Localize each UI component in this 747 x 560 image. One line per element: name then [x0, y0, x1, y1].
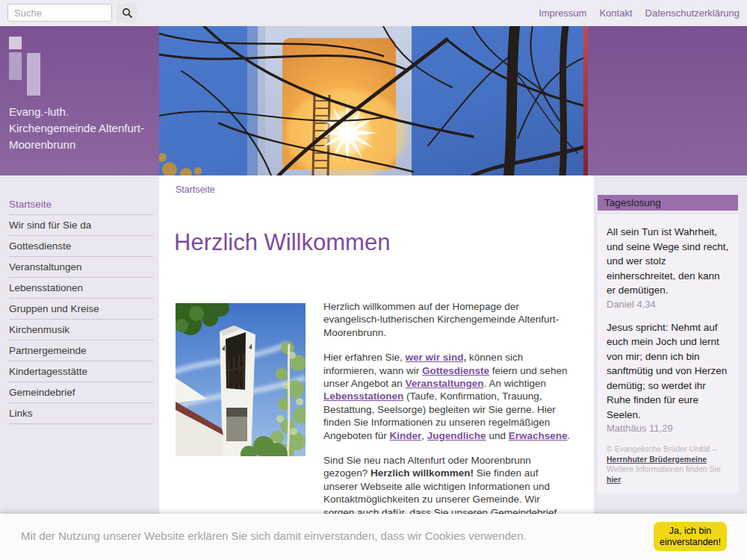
- link-impressum[interactable]: Impressum: [539, 7, 586, 19]
- sidebar-item-kindertagesstaette[interactable]: Kindertagesstätte: [9, 361, 153, 382]
- verse-reference: Daniel 4,34: [607, 299, 729, 310]
- tageslosung-header: Tageslosung: [598, 195, 738, 211]
- link-wer-wir-sind[interactable]: wer wir sind,: [406, 352, 467, 363]
- church-tower-photo: [176, 303, 306, 456]
- info-paragraph: Hier erfahren Sie, wer wir sind, können …: [323, 351, 573, 442]
- church-logo-icon: [9, 37, 46, 98]
- sidebar-nav: Startseite Wir sind für Sie da Gottesdie…: [0, 194, 159, 424]
- main-content: Startseite Herzlich Willkommen: [159, 175, 594, 560]
- intro-paragraph: Herzlich willkommen auf der Homepage der…: [323, 300, 573, 339]
- cookie-message: Mit der Nutzung unserer Website erklären…: [21, 529, 527, 542]
- header: Evang.-luth. Kirchengemeinde Altenfurt- …: [0, 26, 747, 175]
- p2-text: ,: [421, 430, 427, 441]
- header-left-panel: Evang.-luth. Kirchengemeinde Altenfurt- …: [0, 26, 159, 175]
- cookie-accept-button[interactable]: Ja, ich bin einverstanden!: [654, 522, 727, 551]
- p2-text: . An wichtigen: [484, 378, 546, 389]
- verse-reference: Matthäus 11,29: [607, 423, 729, 434]
- header-photo-moravian-star: [159, 26, 588, 175]
- sidebar-item-partnergemeinde[interactable]: Partnergemeinde: [9, 340, 153, 361]
- link-datenschutz[interactable]: Datenschutzerklärung: [645, 7, 740, 19]
- header-right-panel: [588, 26, 747, 175]
- footer-text: .: [621, 475, 623, 484]
- tageslosung-footer: © Evangelische Brüder-Unität – Herrnhute…: [607, 444, 729, 485]
- p2-text: .: [567, 430, 570, 441]
- search-button[interactable]: [117, 3, 137, 22]
- link-kinder[interactable]: Kinder: [390, 430, 422, 441]
- sidebar-item-veranstaltungen[interactable]: Veranstaltungen: [9, 257, 153, 278]
- verse-text: All sein Tun ist Wahrheit, und seine Weg…: [607, 225, 729, 298]
- sidebar-item-lebensstationen[interactable]: Lebensstationen: [9, 278, 153, 299]
- page-title: Herzlich Willkommen: [174, 229, 390, 256]
- link-jugendliche[interactable]: Jugendliche: [427, 430, 486, 441]
- breadcrumb[interactable]: Startseite: [176, 184, 215, 195]
- top-bar: Impressum Kontakt Datenschutzerklärung: [0, 0, 747, 26]
- tageslosung-box: All sein Tun ist Wahrheit, und seine Weg…: [598, 214, 738, 494]
- sidebar-item-links[interactable]: Links: [9, 403, 153, 424]
- search-icon: [122, 7, 132, 18]
- search-input[interactable]: [7, 4, 112, 22]
- org-name-line1: Evang.-luth.: [9, 104, 151, 120]
- sidebar-item-gruppen-und-kreise[interactable]: Gruppen und Kreise: [9, 299, 153, 320]
- footer-text: Weitere Informationen finden Sie: [607, 464, 721, 473]
- intro-text: Herzlich willkommen auf der Homepage der…: [323, 301, 559, 338]
- footer-text: © Evangelische Brüder-Unität –: [607, 444, 716, 453]
- link-gottesdienste[interactable]: Gottesdienste: [422, 365, 489, 376]
- org-name-line2: Kirchengemeinde Altenfurt-: [9, 120, 151, 137]
- cookie-banner: Mit der Nutzung unserer Website erklären…: [0, 514, 747, 560]
- sidebar-item-wir-sind-fuer-sie-da[interactable]: Wir sind für Sie da: [9, 215, 153, 236]
- p2-text: Hier erfahren Sie,: [323, 352, 406, 363]
- link-herrnhuter-bruedergemeine[interactable]: Herrnhuter Brüdergemeine: [607, 455, 707, 464]
- p2-text: und: [486, 430, 509, 441]
- sidebar-item-gottesdienste[interactable]: Gottesdienste: [9, 236, 153, 257]
- sidebar-item-kirchenmusik[interactable]: Kirchenmusik: [9, 320, 153, 340]
- verse-text: Jesus spricht: Nehmt auf euch mein Joch …: [607, 320, 729, 423]
- right-sidebar: Tageslosung All sein Tun ist Wahrheit, u…: [598, 195, 738, 560]
- org-name: Evang.-luth. Kirchengemeinde Altenfurt- …: [9, 104, 151, 153]
- org-name-line3: Moorenbrunn: [9, 137, 151, 153]
- top-links: Impressum Kontakt Datenschutzerklärung: [539, 0, 740, 26]
- link-hier[interactable]: hier: [607, 475, 621, 484]
- link-lebensstationen[interactable]: Lebensstationen: [323, 391, 403, 402]
- link-erwachsene[interactable]: Erwachsene: [509, 430, 568, 441]
- p3-bold-text: Herzlich willkommen!: [371, 467, 474, 479]
- link-kontakt[interactable]: Kontakt: [599, 7, 632, 19]
- sidebar-item-startseite[interactable]: Startseite: [9, 194, 153, 215]
- link-veranstaltungen[interactable]: Veranstaltungen: [406, 378, 484, 389]
- sidebar-item-gemeindebrief[interactable]: Gemeindebrief: [9, 382, 153, 403]
